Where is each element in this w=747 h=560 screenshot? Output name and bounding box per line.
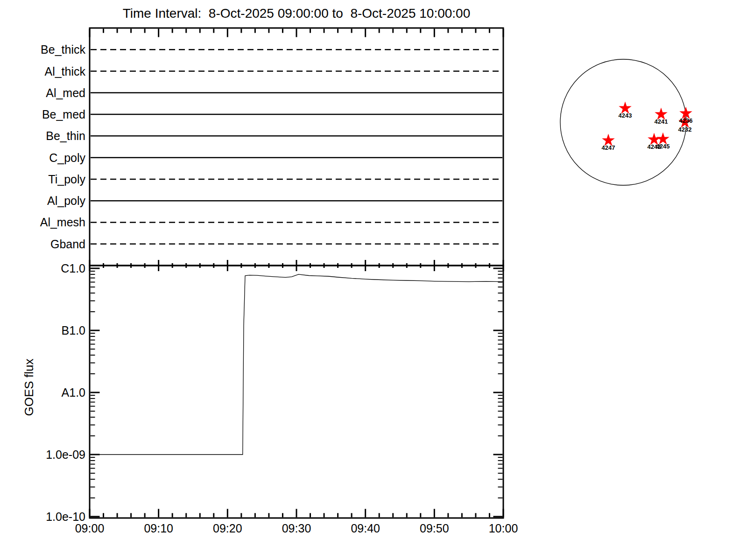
y-tick-label-1.0e-09: 1.0e-09 bbox=[46, 448, 85, 461]
plot-title: Time Interval: 8-Oct-2025 09:00:00 to 8-… bbox=[90, 6, 503, 21]
x-tick-label-09:00: 09:00 bbox=[75, 522, 105, 535]
x-tick-label-09:40: 09:40 bbox=[351, 522, 380, 535]
active-region-label-4232: 4232 bbox=[678, 126, 692, 133]
plot-canvas: Time Interval: 8-Oct-2025 09:00:00 to 8-… bbox=[0, 0, 747, 560]
filter-label-Al_mesh: Al_mesh bbox=[40, 216, 85, 229]
active-region-label-4243: 4243 bbox=[619, 112, 632, 119]
y-tick-label-B1.0: B1.0 bbox=[62, 324, 85, 337]
filter-label-Ti_poly: Ti_poly bbox=[48, 173, 85, 186]
x-tick-label-09:50: 09:50 bbox=[420, 522, 449, 535]
filter-label-Be_thick: Be_thick bbox=[41, 43, 85, 56]
filter-label-Al_med: Al_med bbox=[46, 86, 85, 99]
goes-panel-frame bbox=[90, 266, 503, 518]
active-region-label-4241: 4241 bbox=[655, 119, 668, 125]
active-region-label-4236: 4236 bbox=[679, 118, 693, 124]
y-tick-label-A1.0: A1.0 bbox=[62, 386, 85, 399]
y-tick-label-1.0e-10: 1.0e-10 bbox=[46, 510, 85, 523]
x-tick-label-09:30: 09:30 bbox=[282, 522, 311, 535]
active-region-label-4245: 4245 bbox=[656, 143, 670, 150]
x-tick-label-09:20: 09:20 bbox=[213, 522, 242, 535]
active-region-label-4247: 4247 bbox=[602, 145, 615, 151]
filter-label-Be_thin: Be_thin bbox=[46, 129, 85, 142]
filter-panel-frame bbox=[90, 28, 503, 266]
y-tick-label-C1.0: C1.0 bbox=[61, 262, 85, 275]
filter-label-Al_poly: Al_poly bbox=[47, 194, 85, 207]
plot-graphics bbox=[0, 0, 747, 560]
x-tick-label-10:00: 10:00 bbox=[489, 522, 518, 535]
filter-label-Be_med: Be_med bbox=[42, 108, 85, 121]
filter-label-Gband: Gband bbox=[50, 238, 85, 251]
goes-flux-axis-title: GOES flux bbox=[22, 359, 36, 416]
goes-flux-curve bbox=[90, 274, 503, 455]
filter-label-Al_thick: Al_thick bbox=[44, 65, 85, 78]
x-tick-label-09:10: 09:10 bbox=[144, 522, 173, 535]
filter-label-C_poly: C_poly bbox=[49, 151, 85, 164]
